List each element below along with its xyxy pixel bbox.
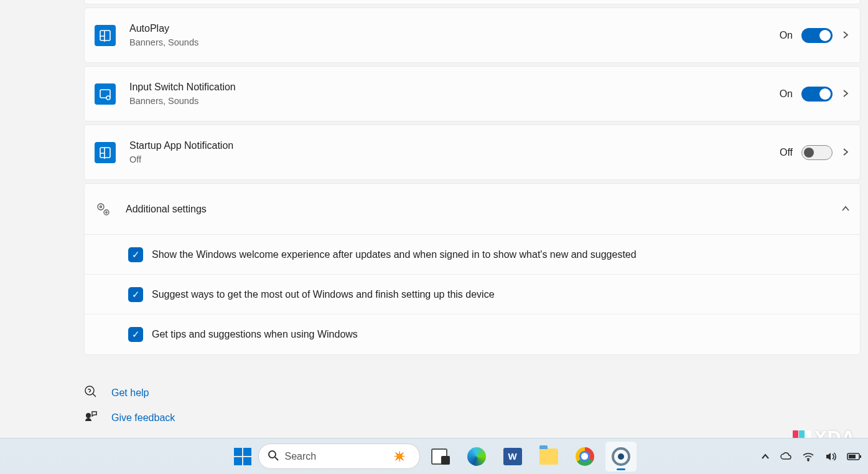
chrome-icon [576, 447, 594, 466]
volume-icon[interactable] [824, 451, 837, 462]
check-welcome-experience[interactable]: ✓ Show the Windows welcome experience af… [85, 235, 860, 275]
wifi-icon[interactable] [802, 452, 814, 462]
startup-app-icon [95, 142, 116, 163]
gear-icon [612, 447, 630, 466]
setting-title: Startup App Notification [129, 139, 780, 153]
setting-title: AutoPlay [129, 22, 780, 36]
svg-rect-3 [100, 148, 110, 158]
check-suggest-ways[interactable]: ✓ Suggest ways to get the most out of Wi… [85, 275, 860, 315]
chevron-right-icon [841, 87, 850, 101]
word-app[interactable]: W [497, 442, 528, 472]
edge-icon [467, 447, 486, 466]
svg-point-2 [106, 96, 110, 100]
checkbox-checked-icon[interactable]: ✓ [128, 247, 143, 262]
toggle-state-label: Off [780, 147, 793, 158]
svg-point-10 [269, 451, 276, 458]
help-icon [84, 385, 99, 401]
setting-startup-app[interactable]: Startup App Notification Off Off [84, 125, 861, 180]
svg-point-5 [100, 206, 102, 207]
task-view-icon [431, 448, 450, 465]
tray-overflow-icon[interactable] [761, 452, 770, 461]
folder-icon [539, 448, 558, 465]
give-feedback-link[interactable]: Give feedback [84, 405, 861, 430]
link-label: Give feedback [111, 412, 175, 424]
edge-app[interactable] [461, 442, 492, 472]
check-label: Show the Windows welcome experience afte… [152, 249, 637, 260]
feedback-icon [84, 410, 99, 426]
svg-rect-13 [860, 455, 861, 458]
get-help-link[interactable]: Get help [84, 381, 861, 405]
task-view-button[interactable] [425, 442, 456, 472]
setting-autoplay[interactable]: AutoPlay Banners, Sounds On [84, 7, 861, 63]
chevron-right-icon [841, 145, 850, 159]
svg-point-11 [808, 460, 809, 461]
setting-subtitle: Banners, Sounds [129, 36, 780, 49]
setting-input-switch[interactable]: Input Switch Notification Banners, Sound… [84, 66, 861, 121]
partial-card-top [84, 0, 861, 4]
toggle-switch[interactable] [801, 145, 833, 160]
additional-settings-card: Additional settings ✓ Show the Windows w… [84, 183, 861, 355]
svg-point-6 [104, 210, 109, 215]
onedrive-icon[interactable] [780, 452, 792, 462]
word-icon: W [503, 448, 522, 465]
svg-point-4 [98, 204, 104, 210]
toggle-state-label: On [780, 30, 793, 41]
file-explorer-app[interactable] [533, 442, 564, 472]
svg-point-9 [86, 413, 91, 418]
chrome-app[interactable] [569, 442, 600, 472]
setting-subtitle: Banners, Sounds [129, 95, 780, 107]
start-button[interactable] [232, 446, 253, 467]
input-switch-icon [95, 83, 116, 105]
taskbar-search[interactable]: Search ✴️ [258, 443, 420, 469]
additional-settings-header[interactable]: Additional settings [85, 184, 860, 235]
svg-point-7 [106, 211, 107, 212]
check-tips-suggestions[interactable]: ✓ Get tips and suggestions when using Wi… [85, 315, 860, 354]
check-label: Suggest ways to get the most out of Wind… [152, 289, 495, 300]
chevron-up-icon [841, 202, 850, 216]
taskbar: Search ✴️ W [0, 438, 868, 474]
checkbox-checked-icon[interactable]: ✓ [128, 327, 143, 342]
settings-app[interactable] [605, 442, 637, 472]
link-label: Get help [111, 387, 149, 399]
toggle-state-label: On [780, 88, 793, 100]
setting-subtitle: Off [129, 153, 780, 166]
checkbox-checked-icon[interactable]: ✓ [128, 287, 143, 302]
chevron-right-icon [841, 28, 850, 42]
system-tray [761, 451, 862, 462]
check-label: Get tips and suggestions when using Wind… [152, 329, 358, 340]
toggle-switch[interactable] [801, 28, 833, 43]
search-placeholder: Search [285, 451, 382, 462]
search-icon [268, 450, 279, 463]
battery-icon[interactable] [847, 452, 862, 461]
search-highlight-icon: ✴️ [388, 448, 411, 465]
svg-rect-14 [849, 455, 856, 458]
toggle-switch[interactable] [801, 87, 833, 102]
additional-settings-title: Additional settings [126, 204, 841, 215]
svg-point-8 [85, 386, 94, 395]
windows-logo-icon [234, 448, 251, 465]
autoplay-icon [95, 25, 116, 46]
gears-icon [95, 201, 112, 218]
setting-title: Input Switch Notification [129, 80, 780, 94]
svg-rect-0 [100, 31, 110, 40]
